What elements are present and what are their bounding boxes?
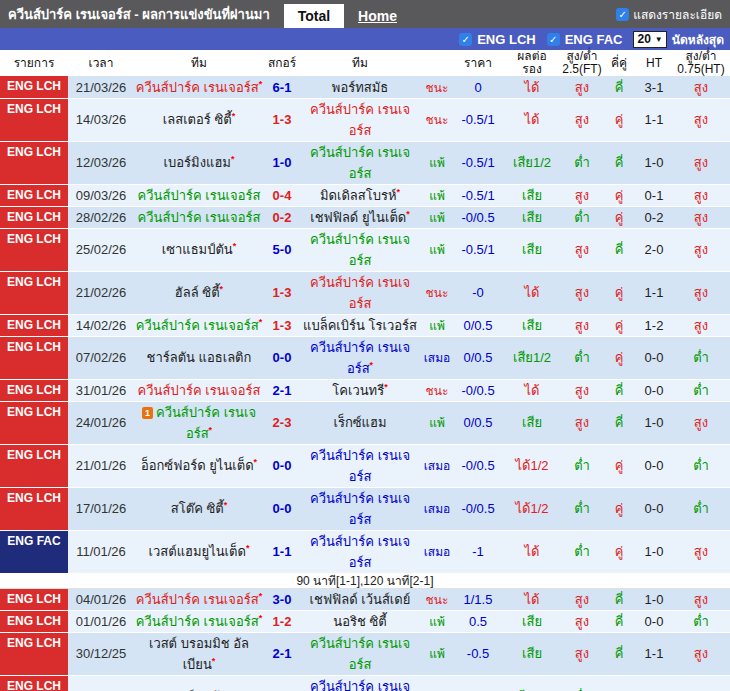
match-row: ENG LCH31/01/26ควีนส์ปาร์ค เรนเจอร์ส2-1โ… (0, 379, 730, 401)
handicap-result: ได้ (502, 379, 562, 401)
match-row: ENG LCH30/12/25เวสต์ บรอมมิช อัลเบียน*2-… (0, 632, 730, 675)
home-team: ควีนส์ปาร์ค เรนเจอร์ส* (134, 588, 264, 610)
favorite-star-icon: * (259, 78, 263, 88)
odd-even: คี่ (602, 588, 636, 610)
handicap-result: เสีย (502, 314, 562, 336)
tab-home[interactable]: Home (344, 4, 411, 28)
over-under-ht: ต่ำ (672, 487, 730, 530)
away-team-name: พอร์ทสมัธ (332, 80, 388, 95)
red-card-icon: 1 (142, 407, 153, 419)
match-date: 04/01/26 (68, 588, 134, 610)
column-header-8: สูง/ต่ำ 2.5(FT) (562, 50, 602, 76)
away-team: เร็กซ์แฮม (300, 401, 420, 444)
away-team: เชฟฟิลด์ ยูไนเต็ด* (300, 206, 420, 228)
odd-even: คี่ (602, 76, 636, 98)
match-score: 1-1 (264, 530, 300, 573)
away-team-name: ควีนส์ปาร์ค เรนเจอร์ส (310, 448, 410, 484)
match-date: 24/01/26 (68, 401, 134, 444)
favorite-star-icon: * (233, 241, 237, 251)
halftime-score: 0-0 (636, 487, 672, 530)
away-team-name: ควีนส์ปาร์ค เรนเจอร์ส (310, 145, 410, 181)
league-badge: ENG LCH (0, 99, 68, 141)
column-header-11: สูง/ต่ำ 0.75(HT) (672, 50, 730, 76)
column-header-7: ผลต่อ รอง (502, 50, 562, 76)
result-label: แพ้ (429, 321, 445, 331)
match-date: 09/03/26 (68, 184, 134, 206)
match-date: 21/01/26 (68, 444, 134, 487)
away-team-name: ควีนส์ปาร์ค เรนเจอร์ส (310, 491, 410, 527)
match-row: ENG FAC11/01/26เวสต์แฮมยูไนเต็ด*1-1ควีนส… (0, 530, 730, 573)
match-date: 12/03/26 (68, 141, 134, 184)
away-team: ควีนส์ปาร์ค เรนเจอร์ส (300, 444, 420, 487)
match-score: 0-0 (264, 487, 300, 530)
over-under-ft: สูง (562, 588, 602, 610)
over-under-ft: สูง (562, 184, 602, 206)
away-team: โคเวนทรี* (300, 379, 420, 401)
filter-bar: ✓ ENG LCH ✓ ENG FAC 20 ▼ นัดหลังสุด (0, 28, 730, 50)
away-team-name: ควีนส์ปาร์ค เรนเจอร์ส (310, 102, 410, 138)
away-team-name: เชฟฟิลด์ ยูไนเต็ด (310, 210, 406, 225)
eng-lch-label: ENG LCH (477, 32, 536, 47)
result-label: แพ้ (429, 418, 445, 428)
halftime-score: 1-2 (636, 314, 672, 336)
odd-even: คี่ (602, 632, 636, 675)
result-label: ชนะ (426, 288, 449, 298)
match-score: 0-4 (264, 184, 300, 206)
league-badge: ENG LCH (0, 589, 68, 610)
match-count-select[interactable]: 20 ▼ (633, 31, 666, 48)
home-team-name: ควีนส์ปาร์ค เรนเจอร์ส (136, 592, 259, 607)
league-cell: ENG LCH (0, 228, 68, 271)
handicap-odds: -0.5/1 (454, 98, 502, 141)
column-header-5 (420, 50, 454, 76)
halftime-score: 0-0 (636, 336, 672, 379)
result-label: ชนะ (426, 386, 449, 396)
match-row: ENG LCH21/03/26ควีนส์ปาร์ค เรนเจอร์ส*6-1… (0, 76, 730, 98)
tab-total[interactable]: Total (284, 4, 344, 28)
league-badge: ENG LCH (0, 402, 68, 444)
league-cell: ENG LCH (0, 76, 68, 98)
league-badge: ENG LCH (0, 611, 68, 632)
away-team-name: มิดเดิลสโบรห์ (320, 188, 397, 203)
match-score: 0-0 (264, 444, 300, 487)
over-under-ht: สูง (672, 530, 730, 573)
odd-even: คี่ (602, 610, 636, 632)
odd-even: คู่ (602, 487, 636, 530)
handicap-odds: 0/0.5 (454, 401, 502, 444)
handicap-odds: -0.5/1 (454, 228, 502, 271)
over-under-ft: ต่ำ (562, 675, 602, 691)
match-date: 26/12/25 (68, 675, 134, 691)
away-team-name: เร็กซ์แฮม (333, 415, 386, 430)
home-team-name: ควีนส์ปาร์ค เรนเจอร์ส (138, 210, 261, 225)
league-cell: ENG LCH (0, 98, 68, 141)
eng-lch-checkbox[interactable]: ✓ (459, 33, 472, 46)
match-score: 1-3 (264, 314, 300, 336)
away-team-name: นอริช ซิตี้ (333, 614, 386, 629)
halftime-score: 0-0 (636, 444, 672, 487)
league-badge: ENG LCH (0, 229, 68, 271)
match-date: 11/01/26 (68, 530, 134, 573)
column-header-2: ทีม (134, 50, 264, 76)
odd-even: คี่ (602, 401, 636, 444)
match-row: ENG LCH21/02/26ฮัลล์ ซิตี้*1-3ควีนส์ปาร์… (0, 271, 730, 314)
league-cell: ENG LCH (0, 675, 68, 691)
handicap-result: ได้ (502, 588, 562, 610)
home-team-name: เวสต์แฮมยูไนเต็ด (149, 544, 246, 559)
home-team: เบอร์มิงแฮม* (134, 141, 264, 184)
away-team: แบล็คเบิร์น โรเวอร์ส (300, 314, 420, 336)
odd-even: คู่ (602, 184, 636, 206)
show-details-checkbox[interactable]: ✓ (616, 8, 629, 21)
over-under-ht: ต่ำ (672, 610, 730, 632)
match-row: ENG LCH26/12/25พอร์ทสมัธ1-1ควีนส์ปาร์ค เ… (0, 675, 730, 691)
league-cell: ENG LCH (0, 588, 68, 610)
away-team-name: ควีนส์ปาร์ค เรนเจอร์ส (310, 534, 410, 570)
away-team: ควีนส์ปาร์ค เรนเจอร์ส (300, 141, 420, 184)
league-badge: ENG LCH (0, 142, 68, 184)
chevron-down-icon: ▼ (655, 32, 663, 47)
match-date: 01/01/26 (68, 610, 134, 632)
eng-fac-checkbox[interactable]: ✓ (547, 33, 560, 46)
odd-even: คู่ (602, 530, 636, 573)
column-header-0: รายการ (0, 50, 68, 76)
league-badge: ENG LCH (0, 272, 68, 314)
result-cell: แพ้ (420, 228, 454, 271)
over-under-ft: สูง (562, 98, 602, 141)
